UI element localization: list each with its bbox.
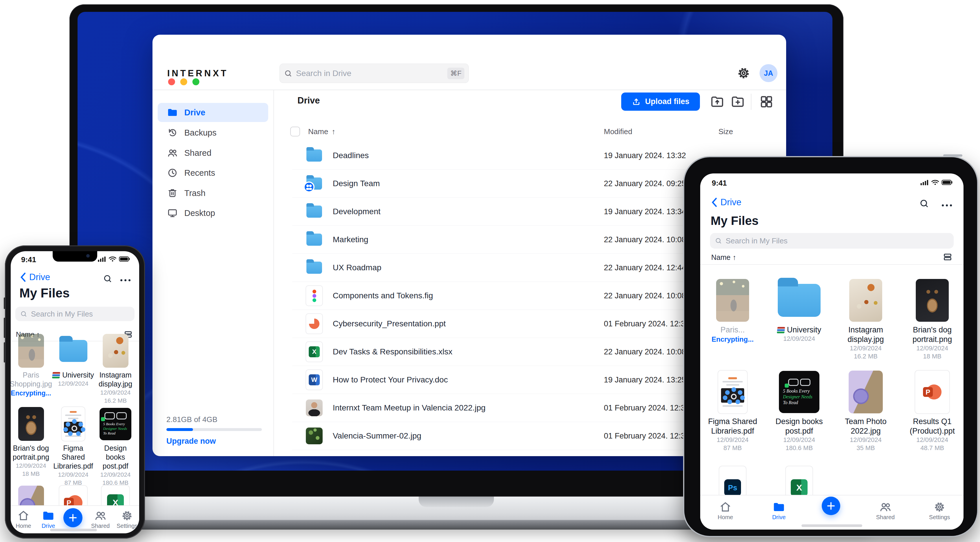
nav-home[interactable]: Home xyxy=(716,501,735,521)
upload-folder-button[interactable] xyxy=(710,94,725,109)
file-name: Instagram display.jpg xyxy=(834,325,897,344)
grid-item[interactable]: Brian's dog portrait.png 12/09/2024 18 M… xyxy=(900,279,964,360)
file-size: 35 MB xyxy=(834,444,897,452)
sidebar-item-backups[interactable]: Backups xyxy=(158,123,268,142)
column-modified[interactable]: Modified xyxy=(604,127,632,136)
figma-file-icon xyxy=(305,285,323,306)
sort-by-name[interactable]: Name ↑ xyxy=(711,253,736,261)
books-emoji-icon xyxy=(52,372,60,379)
phone-notch xyxy=(52,251,97,261)
settings-gear-button[interactable] xyxy=(737,66,751,80)
sidebar-item-trash[interactable]: Trash xyxy=(158,184,268,203)
search-button[interactable] xyxy=(103,274,113,284)
nav-shared[interactable]: Shared xyxy=(875,501,896,521)
more-menu-button[interactable] xyxy=(942,202,952,208)
add-new-fab[interactable]: + xyxy=(822,497,840,515)
nav-settings[interactable]: Settings xyxy=(117,509,137,529)
pdf-thumbnail xyxy=(718,370,748,414)
sidebar-item-shared[interactable]: Shared xyxy=(158,143,268,162)
macbook-base-notch xyxy=(419,497,494,507)
grid-item[interactable]: Instagram display.jpg 12/09/2024 16.2 MB xyxy=(834,279,897,360)
battery-icon xyxy=(119,256,130,262)
search-placeholder: Search in Drive xyxy=(296,69,447,78)
file-date: 12/09/2024 xyxy=(701,436,764,444)
file-modified: 22 January 2024. 10:08 xyxy=(604,235,686,244)
file-name: Design books post.pdf xyxy=(767,417,831,436)
file-modified: 22 January 2024. 10:08 xyxy=(604,347,686,357)
new-folder-button[interactable] xyxy=(730,94,745,109)
nav-drive[interactable]: Drive xyxy=(770,501,788,521)
search-placeholder: Search in My Files xyxy=(725,236,788,246)
phone-screen: 9:41 Drive My Files Search in My Files xyxy=(11,251,139,533)
nav-drive[interactable]: Drive xyxy=(40,509,57,529)
column-name[interactable]: Name xyxy=(308,127,328,136)
sidebar-item-drive[interactable]: Drive xyxy=(158,103,268,122)
file-name: Deadlines xyxy=(333,151,369,160)
photo-thumbnail xyxy=(849,371,883,414)
sidebar-item-label: Recents xyxy=(184,168,215,178)
file-name: Brian's dog portrait.png xyxy=(900,325,964,344)
file-name: Paris... xyxy=(701,325,764,335)
file-size: 48.7 MB xyxy=(900,444,964,452)
nav-shared[interactable]: Shared xyxy=(90,509,111,529)
folder-icon xyxy=(306,149,322,162)
grid-item[interactable]: Brian's dog portrait.png 12/09/2024 18 M… xyxy=(11,407,52,478)
file-name: Design books post.pdf xyxy=(94,444,137,471)
folder-icon xyxy=(42,509,55,522)
status-time: 9:41 xyxy=(712,179,727,188)
page-title: My Files xyxy=(19,286,70,300)
grid-item[interactable]: Instagram display.jpg 12/09/2024 16.2 MB xyxy=(94,334,137,405)
avatar[interactable]: JA xyxy=(759,64,778,82)
grid-item[interactable]: Team Photo 2022.jpg 12/09/2024 35 MB xyxy=(834,371,897,452)
sidebar-item-label: Backups xyxy=(184,128,216,138)
search-input[interactable]: Search in My Files xyxy=(15,307,135,321)
file-name: Brian's dog portrait.png xyxy=(11,444,52,462)
back-button[interactable]: Drive xyxy=(19,272,50,282)
grid-item[interactable]: 5 Books Every Designer Needs To Read Des… xyxy=(94,407,137,487)
file-modified: 22 January 2024. 12:44 xyxy=(604,263,686,272)
encrypting-status: Encrypting... xyxy=(11,388,52,398)
grid-item[interactable]: P Results Q1 (Product).ppt 12/09/2024 48… xyxy=(900,371,964,452)
upload-files-button[interactable]: Upload files xyxy=(621,92,700,111)
nav-settings[interactable]: Settings xyxy=(929,501,950,521)
word-file-icon: W xyxy=(305,369,323,390)
select-all-checkbox[interactable] xyxy=(290,127,300,136)
grid-view-button[interactable] xyxy=(759,94,774,109)
sort-arrow-icon[interactable]: ↑ xyxy=(332,127,335,136)
nav-home[interactable]: Home xyxy=(15,509,32,529)
search-button[interactable] xyxy=(919,198,929,209)
list-view-button[interactable] xyxy=(943,252,953,262)
file-modified: 22 January 2024. 10:08 xyxy=(604,292,686,300)
home-indicator xyxy=(50,529,97,531)
file-date: 12/09/2024 xyxy=(51,380,95,388)
grid-item[interactable]: Paris Shopping.jpg Encrypting... xyxy=(11,334,52,398)
excel-file-icon: X xyxy=(305,341,323,362)
shortcut-badge: ⌘F xyxy=(447,68,465,79)
history-icon xyxy=(167,127,178,138)
upgrade-now-link[interactable]: Upgrade now xyxy=(166,437,265,446)
sidebar-item-recents[interactable]: Recents xyxy=(158,163,268,182)
grid-item[interactable]: Figma Shared Libraries.pdf 12/09/2024 87… xyxy=(701,371,764,452)
search-input[interactable]: Search in My Files xyxy=(710,233,954,249)
desktop-icon xyxy=(167,208,178,219)
file-date: 12/09/2024 xyxy=(11,462,52,470)
search-input[interactable]: Search in Drive ⌘F xyxy=(280,63,469,83)
grid-item[interactable]: Figma Shared Libraries.pdf 12/09/2024 87… xyxy=(51,407,95,487)
grid-item[interactable]: University 12/09/2024 xyxy=(767,279,831,343)
grid-item[interactable]: University 12/09/2024 xyxy=(51,334,95,388)
back-button[interactable]: Drive xyxy=(711,197,741,208)
phone-volume-down-button xyxy=(4,342,5,363)
file-date: 12/09/2024 xyxy=(834,344,897,352)
column-size[interactable]: Size xyxy=(718,127,733,136)
add-new-fab[interactable]: + xyxy=(64,508,83,527)
grid-item[interactable]: 5 Books Every Designer Needs To Read Des… xyxy=(767,371,831,452)
people-icon xyxy=(167,147,178,158)
ellipsis-icon xyxy=(120,279,130,281)
phone-mute-switch xyxy=(4,298,5,309)
grid-item[interactable]: Paris... Encrypting... xyxy=(701,279,764,344)
more-menu-button[interactable] xyxy=(120,277,130,282)
sidebar-item-desktop[interactable]: Desktop xyxy=(158,203,268,223)
folder-name: University xyxy=(51,371,95,380)
folder-icon xyxy=(59,340,88,362)
storage-progress-track xyxy=(166,428,262,431)
